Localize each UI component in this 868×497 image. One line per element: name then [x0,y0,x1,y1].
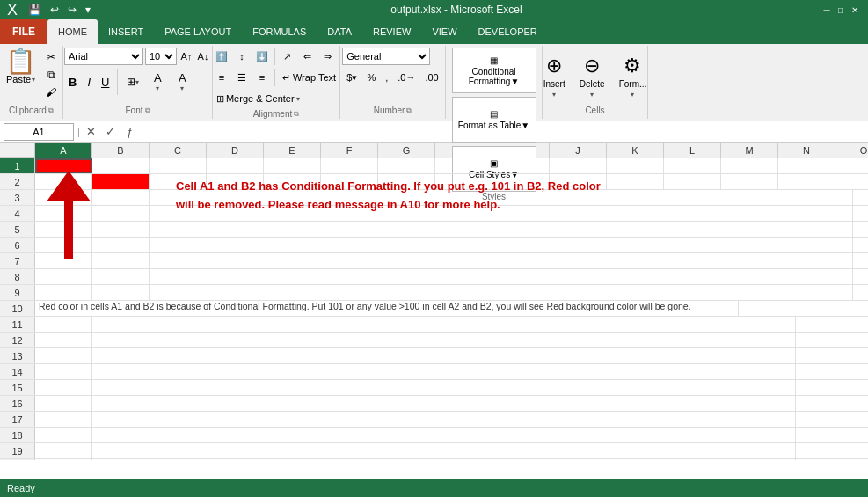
italic-button[interactable]: I [83,72,95,91]
fill-color-button[interactable]: A ▾ [146,72,169,91]
font-size-select[interactable]: 10 [145,48,177,65]
customize-quick-access-button[interactable]: ▾ [84,4,92,16]
tab-view[interactable]: VIEW [421,19,467,44]
format-dropdown[interactable]: ▾ [631,91,634,99]
tab-home[interactable]: HOME [47,19,98,44]
cell-b5[interactable] [92,222,150,237]
cell-b8[interactable] [92,269,150,284]
cell-o1[interactable] [835,158,868,173]
align-middle-button[interactable]: ↕ [232,48,252,65]
indent-increase-button[interactable]: ⇒ [318,48,338,65]
cell-b3[interactable] [92,190,150,205]
tab-insert[interactable]: INSERT [98,19,154,44]
col-header-j[interactable]: J [550,143,607,158]
cell-j1[interactable] [550,158,607,173]
align-left-button[interactable]: ≡ [212,69,231,86]
format-painter-button[interactable]: 🖌 [41,84,61,100]
cell-a9[interactable] [35,285,92,300]
borders-button[interactable]: ⊞ ▾ [121,72,144,91]
enter-formula-button[interactable]: ✓ [103,124,119,140]
cell-h1[interactable] [435,158,492,173]
format-cells-button[interactable]: ⚙ Form... ▾ [614,53,653,100]
increase-font-size-button[interactable]: A↑ [179,48,194,65]
cell-m1[interactable] [721,158,778,173]
cell-a6[interactable] [35,238,92,252]
font-family-select[interactable]: Arial [64,48,143,65]
align-bottom-button[interactable]: ⬇️ [252,48,272,65]
tab-review[interactable]: REVIEW [362,19,421,44]
tab-page-layout[interactable]: PAGE LAYOUT [154,19,242,44]
cell-g1[interactable] [378,158,435,173]
cell-c9[interactable] [150,285,853,300]
cell-a5[interactable] [35,222,92,237]
cell-a10[interactable]: Red color in cells A1 and B2 is because … [35,301,739,316]
cell-e2[interactable] [264,174,321,189]
cell-h2[interactable] [435,174,492,189]
cell-i2[interactable] [492,174,550,189]
bold-button[interactable]: B [64,72,81,91]
indent-decrease-button[interactable]: ⇐ [298,48,317,65]
paste-dropdown-arrow[interactable]: ▾ [32,76,35,84]
insert-dropdown[interactable]: ▾ [552,91,556,99]
increase-decimal-button[interactable]: .00 [420,69,442,86]
format-as-table-button[interactable]: ▤ Format as Table▼ [452,97,536,143]
maximize-button[interactable]: □ [835,4,847,16]
col-header-f[interactable]: F [321,143,378,158]
cell-c8[interactable] [150,269,853,284]
cell-c3[interactable] [150,190,853,205]
col-header-g[interactable]: G [378,143,435,158]
cell-c2[interactable] [150,174,207,189]
cell-b4[interactable] [92,206,150,221]
cell-c4[interactable] [150,206,853,221]
cell-a3[interactable] [35,190,92,205]
comma-button[interactable]: , [381,69,392,86]
col-header-e[interactable]: E [264,143,321,158]
cell-c7[interactable] [150,253,853,268]
paste-button[interactable]: 📋 Paste ▾ [2,48,40,86]
cell-b9[interactable] [92,285,150,300]
col-header-k[interactable]: K [607,143,664,158]
number-format-select[interactable]: General [342,48,430,65]
fill-color-dropdown[interactable]: ▾ [156,84,159,92]
text-direction-button[interactable]: ↗ [278,48,297,65]
align-top-button[interactable]: ⬆️ [212,48,231,65]
number-expand-icon[interactable]: ⧉ [406,106,412,115]
delete-cells-button[interactable]: ⊖ Delete ▾ [574,53,610,100]
redo-button[interactable]: ↪ [66,4,78,16]
col-header-a[interactable]: A [35,143,92,158]
save-button[interactable]: 💾 [26,4,43,16]
cell-i1[interactable] [492,158,550,173]
cell-a4[interactable] [35,206,92,221]
merge-center-button[interactable]: ⊞ Merge & Center ▾ [212,90,304,107]
cell-c6[interactable] [150,238,853,252]
col-header-d[interactable]: D [207,143,264,158]
align-right-button[interactable]: ≡ [252,69,272,86]
cell-a2[interactable] [35,174,92,189]
cell-a7[interactable] [35,253,92,268]
delete-dropdown[interactable]: ▾ [590,91,594,99]
col-header-c[interactable]: C [150,143,207,158]
cell-l1[interactable] [664,158,721,173]
cell-b6[interactable] [92,238,150,252]
cell-g2[interactable] [378,174,435,189]
undo-button[interactable]: ↩ [48,4,61,16]
wrap-text-button[interactable]: ↵ Wrap Text [278,69,340,86]
insert-function-button[interactable]: ƒ [122,124,138,140]
merge-dropdown-arrow[interactable]: ▾ [296,95,300,103]
cell-a1[interactable] [35,158,92,173]
tab-developer[interactable]: DEVELOPER [468,19,548,44]
font-color-dropdown[interactable]: ▾ [180,84,184,92]
cell-a8[interactable] [35,269,92,284]
insert-cells-button[interactable]: ⊕ Insert ▾ [538,53,571,100]
percent-button[interactable]: % [362,69,380,86]
cell-l2[interactable] [664,174,721,189]
cell-b1[interactable] [92,158,150,173]
close-button[interactable]: ✕ [849,4,861,16]
cell-o2[interactable] [835,174,868,189]
borders-dropdown[interactable]: ▾ [135,78,139,86]
tab-data[interactable]: DATA [317,19,362,44]
cell-k2[interactable] [607,174,664,189]
minimize-button[interactable]: ─ [821,4,833,16]
cell-j2[interactable] [550,174,607,189]
cell-m2[interactable] [721,174,778,189]
